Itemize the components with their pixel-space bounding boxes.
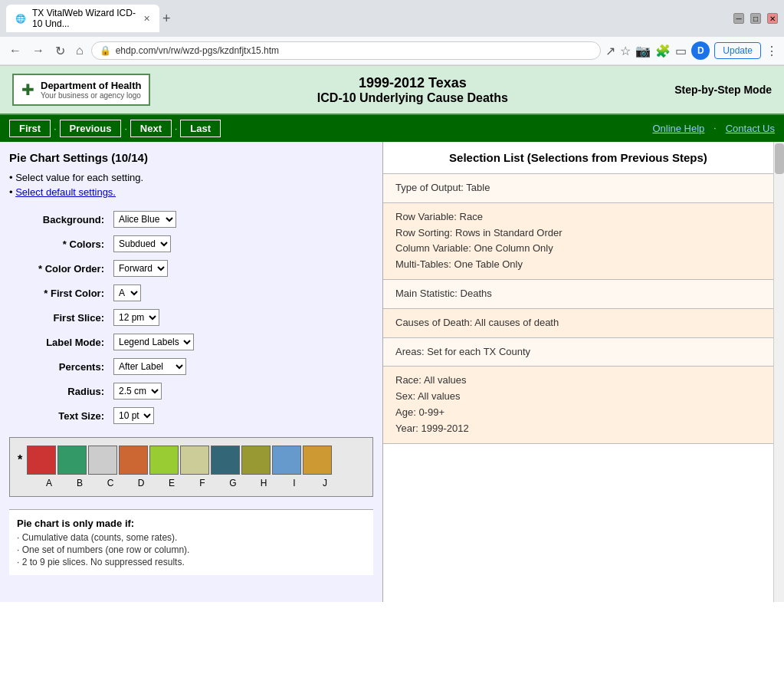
selection-item: Sex: All values bbox=[395, 389, 761, 405]
swatch-label-e: E bbox=[157, 478, 186, 488]
profile-btn[interactable]: D bbox=[691, 41, 710, 60]
screenshot-icon[interactable]: 📷 bbox=[635, 44, 651, 58]
settings-row: Radius:2.5 cm3 cm3.5 cm4 cm bbox=[9, 379, 373, 403]
browser-nav-bar: ← → ↻ ⌂ 🔒 ehdp.com/vn/rw/wzd-pgs/kzdnfjt… bbox=[0, 37, 784, 65]
bookmark-icon[interactable]: ☆ bbox=[620, 44, 631, 58]
swatch-e[interactable] bbox=[149, 446, 179, 475]
tab-close-btn[interactable]: ✕ bbox=[143, 14, 150, 24]
update-btn[interactable]: Update bbox=[714, 42, 761, 59]
instructions-list: Select value for each setting. Select de… bbox=[9, 172, 373, 198]
swatch-b[interactable] bbox=[57, 446, 87, 475]
pie-info: Pie chart is only made if: Cumulative da… bbox=[9, 509, 373, 575]
selection-item: Type of Output: Table bbox=[395, 180, 761, 196]
select-background[interactable]: Alice BlueWhiteLight GrayBlack bbox=[113, 211, 176, 228]
selection-group-1: Row Variable: RaceRow Sorting: Rows in S… bbox=[383, 203, 773, 280]
instruction-1: Select value for each setting. bbox=[9, 172, 373, 183]
new-tab-btn[interactable]: + bbox=[162, 11, 171, 27]
swatch-d[interactable] bbox=[119, 446, 148, 475]
select-percents[interactable]: After LabelBefore LabelNo Percents bbox=[113, 358, 186, 375]
settings-control-cell: 2.5 cm3 cm3.5 cm4 cm bbox=[109, 379, 373, 403]
swatch-f[interactable] bbox=[180, 446, 209, 475]
extensions-icon[interactable]: 🧩 bbox=[655, 44, 671, 58]
select-color_order[interactable]: ForwardReverse bbox=[113, 260, 168, 277]
split-icon[interactable]: ▭ bbox=[675, 44, 687, 58]
nav-steps-bar: First · Previous · Next · Last Online He… bbox=[0, 115, 784, 142]
previous-btn[interactable]: Previous bbox=[60, 120, 122, 137]
browser-tab[interactable]: 🌐 TX VitalWeb Wizard ICD-10 Und... ✕ bbox=[6, 5, 159, 32]
swatch-label-h: H bbox=[249, 478, 278, 488]
forward-btn[interactable]: → bbox=[29, 42, 48, 59]
swatch-h[interactable] bbox=[241, 446, 271, 475]
selection-list-title: Selection List (Selections from Previous… bbox=[383, 142, 773, 174]
select-colors[interactable]: SubduedBrightPastelDark bbox=[113, 235, 171, 252]
selection-group-3: Causes of Death: All causes of death bbox=[383, 309, 773, 338]
swatches-row: * bbox=[18, 446, 365, 475]
dept-name: Department of Health bbox=[41, 80, 141, 91]
selection-label: Sex: bbox=[395, 390, 415, 402]
swatch-j[interactable] bbox=[303, 446, 332, 475]
toolbar-icons: ↗ ☆ 📷 🧩 ▭ D Update ⋮ bbox=[605, 41, 778, 60]
scrollbar[interactable] bbox=[773, 142, 784, 602]
menu-icon[interactable]: ⋮ bbox=[766, 44, 778, 58]
next-btn[interactable]: Next bbox=[130, 120, 172, 137]
settings-control-cell: After LabelBefore LabelNo Percents bbox=[109, 354, 373, 379]
settings-row: Label Mode:Legend LabelsSlice LabelsNo L… bbox=[9, 330, 373, 354]
selection-item: Row Sorting: Rows in Standard Order bbox=[395, 225, 761, 242]
minimize-btn[interactable]: ─ bbox=[733, 13, 744, 24]
home-btn[interactable]: ⌂ bbox=[73, 42, 87, 59]
swatch-g[interactable] bbox=[211, 446, 240, 475]
selection-value: All values bbox=[418, 390, 461, 402]
swatch-c[interactable] bbox=[88, 446, 117, 475]
selection-item: Row Variable: Race bbox=[395, 209, 761, 225]
default-settings-link[interactable]: Select default settings. bbox=[15, 186, 116, 198]
selection-groups: Type of Output: TableRow Variable: RaceR… bbox=[383, 174, 773, 444]
first-btn[interactable]: First bbox=[9, 120, 51, 137]
select-text_size[interactable]: 10 pt11 pt12 pt8 pt bbox=[113, 407, 154, 424]
right-panel: Selection List (Selections from Previous… bbox=[383, 142, 773, 602]
browser-chrome: 🌐 TX VitalWeb Wizard ICD-10 Und... ✕ + ─… bbox=[0, 0, 784, 66]
online-help-link[interactable]: Online Help bbox=[652, 123, 704, 134]
settings-row: First Slice:12 pm3 pm6 pm9 pm bbox=[9, 305, 373, 330]
selection-value: 0-99+ bbox=[418, 406, 444, 418]
page-title-line2: ICD-10 Underlying Cause Deaths bbox=[317, 91, 508, 105]
swatch-label-b: B bbox=[65, 478, 94, 488]
settings-label-cell: * First Color: bbox=[9, 281, 109, 305]
instruction-2: Select default settings. bbox=[9, 186, 373, 198]
select-radius[interactable]: 2.5 cm3 cm3.5 cm4 cm bbox=[113, 383, 162, 400]
last-btn[interactable]: Last bbox=[180, 120, 221, 137]
address-bar[interactable]: 🔒 ehdp.com/vn/rw/wzd-pgs/kzdnfjtx15.htm bbox=[91, 41, 602, 60]
share-icon[interactable]: ↗ bbox=[605, 44, 615, 58]
selection-label: Age: bbox=[395, 406, 416, 418]
back-btn[interactable]: ← bbox=[6, 42, 25, 59]
select-first_color[interactable]: ABCDEFGHIJ bbox=[113, 284, 141, 301]
scroll-thumb[interactable] bbox=[775, 143, 784, 174]
pie-info-list: Cumulative data (counts, some rates).One… bbox=[17, 532, 366, 567]
tab-title: TX VitalWeb Wizard ICD-10 Und... bbox=[32, 8, 137, 29]
selection-value: All causes of death bbox=[474, 317, 559, 328]
maximize-btn[interactable]: □ bbox=[750, 13, 761, 24]
settings-control-cell: Legend LabelsSlice LabelsNo Labels bbox=[109, 330, 373, 354]
settings-control-cell: SubduedBrightPastelDark bbox=[109, 232, 373, 256]
settings-table: Background:Alice BlueWhiteLight GrayBlac… bbox=[9, 207, 373, 428]
contact-us-link[interactable]: Contact Us bbox=[726, 123, 775, 134]
swatch-labels: ABCDEFGHIJ bbox=[34, 478, 365, 488]
select-label_mode[interactable]: Legend LabelsSlice LabelsNo Labels bbox=[113, 334, 194, 350]
selection-label: Type of Output: bbox=[395, 182, 464, 193]
selection-value: Race bbox=[460, 211, 483, 222]
tab-favicon: 🌐 bbox=[15, 14, 26, 24]
selection-label: Areas: bbox=[395, 346, 425, 357]
swatch-i[interactable] bbox=[272, 446, 301, 475]
selection-value: Table bbox=[466, 182, 490, 193]
selection-item: Year: 1999-2012 bbox=[395, 421, 761, 437]
swatch-label-a: A bbox=[34, 478, 64, 488]
page-header: ✚ Department of Health Your business or … bbox=[0, 66, 784, 115]
swatch-label-j: J bbox=[310, 478, 340, 488]
swatches-container bbox=[27, 446, 332, 475]
swatch-a[interactable] bbox=[27, 446, 56, 475]
close-btn[interactable]: ✕ bbox=[767, 13, 778, 24]
reload-btn[interactable]: ↻ bbox=[52, 42, 68, 60]
window-controls: ─ □ ✕ bbox=[733, 13, 778, 24]
selection-label: Year: bbox=[395, 423, 418, 434]
select-first_slice[interactable]: 12 pm3 pm6 pm9 pm bbox=[113, 309, 159, 326]
settings-label-cell: Text Size: bbox=[9, 403, 109, 428]
